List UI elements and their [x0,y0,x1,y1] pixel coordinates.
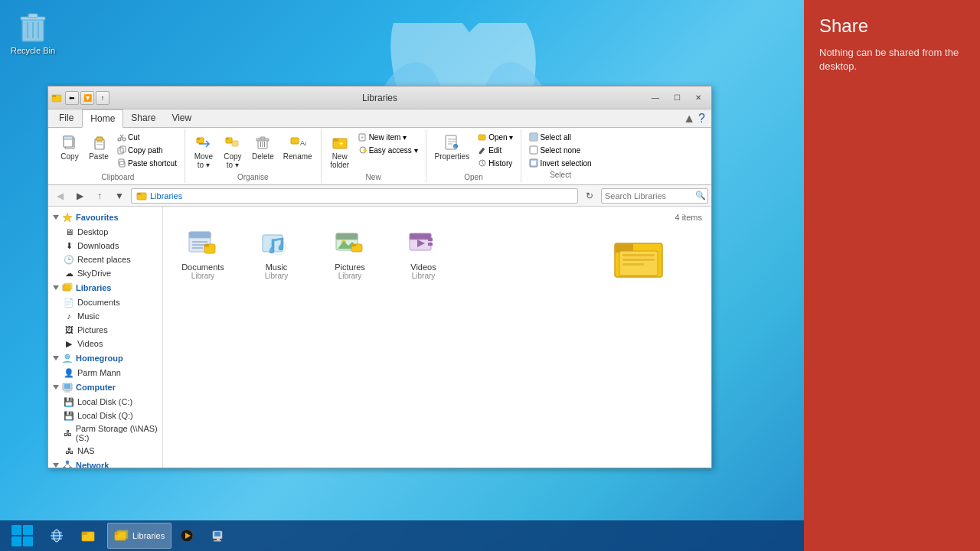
select-group: Select all Select none Invert selection … [521,129,599,183]
invert-selection-button[interactable]: Invert selection [526,157,594,169]
sidebar-homegroup-header[interactable]: Homegroup [48,350,162,366]
close-button[interactable]: ✕ [688,90,708,106]
copy-path-label: Copy path [128,146,163,155]
sidebar-item-pictures[interactable]: 🖼 Pictures [48,323,162,337]
forward-button[interactable]: ▶ [71,187,88,204]
taskbar-ie[interactable] [43,523,74,549]
tab-home[interactable]: Home [82,109,123,128]
network-chevron-icon [53,462,59,468]
videos-type: Library [412,272,436,280]
sidebar-computer-header[interactable]: Computer [48,380,162,395]
quick-access-btn2[interactable]: 🔽 [80,91,94,105]
videos-icon: ▶ [64,338,74,349]
sidebar-libraries-header[interactable]: Libraries [48,280,162,295]
delete-icon [253,133,272,152]
paste-shortcut-button[interactable]: Paste shortcut [114,157,180,169]
library-videos[interactable]: Videos Library [393,219,454,284]
properties-button[interactable]: i Properties [431,131,474,163]
taskbar-media-player[interactable] [173,523,204,549]
new-folder-button[interactable]: + Newfolder [326,131,354,171]
search-icon[interactable]: 🔍 [695,191,706,201]
sidebar-item-skydrive[interactable]: ☁ SkyDrive [48,266,162,280]
copy-path-button[interactable]: Copy path [114,144,180,156]
cut-button[interactable]: Cut [114,131,180,143]
rename-button[interactable]: Aa Rename [279,131,316,163]
music-icon: ♪ [64,311,74,321]
minimize-button[interactable]: — [645,90,665,106]
select-none-button[interactable]: Select none [526,144,594,156]
svg-rect-16 [96,137,103,141]
history-button[interactable]: History [475,157,516,169]
file-area: 4 items [163,207,711,468]
recycle-bin[interactable]: Recycle Bin [8,8,58,58]
taskbar-libraries[interactable]: Libraries [107,523,172,549]
tab-share[interactable]: Share [123,109,164,127]
window-controls: — ☐ ✕ [645,90,708,106]
move-to-button[interactable]: Moveto ▾ [190,131,217,171]
taskbar-file-explorer[interactable] [75,523,106,549]
library-music[interactable]: Music Library [246,219,307,284]
homegroup-chevron-icon [53,355,59,361]
edit-button[interactable]: Edit [475,144,516,156]
sidebar-item-downloads-label: Downloads [77,241,119,250]
sidebar-favourites-header[interactable]: Favourites [48,210,162,225]
copy-button[interactable]: Copy [56,131,83,163]
sidebar-item-local-c[interactable]: 💾 Local Disk (C:) [48,395,162,409]
help-icon[interactable]: ? [698,112,705,126]
taskbar-network[interactable] [205,523,236,549]
computer-label: Computer [76,383,116,392]
sidebar-network-header[interactable]: Network [48,458,162,468]
select-all-button[interactable]: Select all [526,131,594,143]
recent-locations-button[interactable]: ▼ [111,187,128,204]
ribbon-collapse-icon[interactable]: ▲ [683,112,695,126]
sidebar-item-parm-mann[interactable]: 👤 Parm Mann [48,366,162,380]
svg-rect-57 [530,146,537,154]
sidebar-item-recent[interactable]: 🕒 Recent places [48,253,162,266]
open-button[interactable]: Open ▾ [475,131,516,143]
sidebar-item-local-q[interactable]: 💾 Local Disk (Q:) [48,409,162,422]
nas-icon: 🖧 [64,445,74,456]
open-group: i Properties Open ▾ Edit [426,129,522,183]
quick-access-btn[interactable]: ⬅ [65,91,79,105]
svg-rect-71 [64,384,70,389]
sidebar-item-nas-s[interactable]: 🖧 Parm Storage (\\NAS) (S:) [48,422,162,444]
new-item-button[interactable]: + New item ▾ [355,131,421,143]
new-group-label: New [366,173,381,181]
sidebar-item-downloads[interactable]: ⬇ Downloads [48,239,162,253]
tab-view[interactable]: View [164,109,200,127]
svg-line-78 [64,464,67,467]
easy-access-button[interactable]: ⚡ Easy access ▾ [355,144,421,156]
sidebar-item-music[interactable]: ♪ Music [48,309,162,323]
breadcrumb[interactable]: Libraries [131,188,578,204]
library-documents[interactable]: Documents Library [172,219,234,284]
svg-marker-62 [53,215,59,220]
documents-type: Library [191,272,215,280]
sidebar-item-nas[interactable]: 🖧 NAS [48,444,162,458]
maximize-button[interactable]: ☐ [667,90,687,106]
windows-logo-icon [10,523,34,548]
refresh-button[interactable]: ↻ [581,187,598,204]
svg-rect-6 [28,14,38,18]
sidebar-item-videos[interactable]: ▶ Videos [48,337,162,350]
start-button[interactable] [3,522,41,549]
delete-button[interactable]: Delete [248,131,278,163]
library-pictures[interactable]: Pictures Library [319,219,381,284]
quick-access-btn3[interactable]: ↑ [96,91,109,105]
tab-file[interactable]: File [51,109,82,127]
svg-marker-74 [53,463,59,468]
music-name: Music [266,262,288,272]
back-button[interactable]: ◀ [51,187,68,204]
new-buttons: + Newfolder + New item ▾ ⚡ Easy acce [326,131,421,171]
open-group-label: Open [464,173,482,181]
nas-s-icon: 🖧 [64,428,73,439]
up-button[interactable]: ↑ [91,187,108,204]
paste-button[interactable]: Paste [85,131,113,163]
copy-to-button[interactable]: Copyto ▾ [219,131,247,171]
svg-rect-28 [197,138,200,140]
sidebar-item-documents[interactable]: 📄 Documents [48,295,162,309]
network-icon [62,460,73,468]
sidebar-item-desktop[interactable]: 🖥 Desktop [48,225,162,239]
move-to-icon [194,133,213,152]
sidebar-item-desktop-label: Desktop [77,227,108,236]
search-input[interactable] [601,188,708,204]
